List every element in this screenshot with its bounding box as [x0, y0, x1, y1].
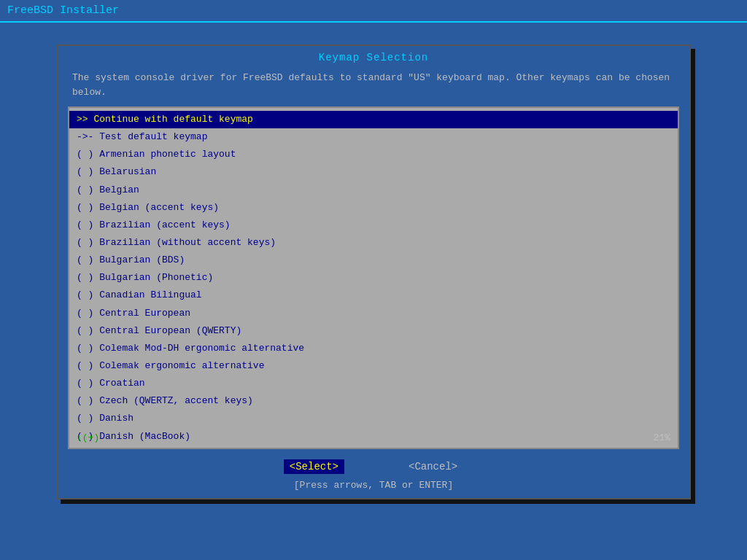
list-item-croatian[interactable]: ( ) Croatian — [69, 375, 678, 392]
list-item-continue-default[interactable]: >> Continue with default keymap — [69, 111, 678, 128]
list-item-colemak-mod-dh[interactable]: ( ) Colemak Mod-DH ergonomic alternative — [69, 340, 678, 357]
hint-bar: [Press arrows, TAB or ENTER] — [58, 480, 689, 498]
list-item-armenian-phonetic[interactable]: ( ) Armenian phonetic layout — [69, 146, 678, 163]
list-item-bulgarian-bds[interactable]: ( ) Bulgarian (BDS) — [69, 252, 678, 269]
list-item-danish[interactable]: ( ) Danish — [69, 410, 678, 427]
list-item-brazilian-accent[interactable]: ( ) Brazilian (accent keys) — [69, 217, 678, 234]
list-item-canadian-bilingual[interactable]: ( ) Canadian Bilingual — [69, 287, 678, 304]
title-bar: FreeBSD Installer — [0, 0, 747, 23]
list-item-belgian[interactable]: ( ) Belgian — [69, 182, 678, 199]
list-item-czech-qwertz[interactable]: ( ) Czech (QWERTZ, accent keys) — [69, 392, 678, 410]
scroll-percent: 21% — [654, 432, 670, 443]
dialog-container: Keymap Selection The system console driv… — [56, 44, 691, 499]
list-item-brazilian-no-accent[interactable]: ( ) Brazilian (without accent keys) — [69, 234, 678, 252]
dialog-title: Keymap Selection — [58, 46, 689, 66]
list-item-belgian-accent[interactable]: ( ) Belgian (accent keys) — [69, 199, 678, 217]
cancel-button[interactable]: <Cancel> — [403, 459, 463, 474]
app-title: FreeBSD Installer — [7, 4, 119, 17]
select-button[interactable]: <Select> — [284, 459, 344, 474]
list-item-central-european-qwerty[interactable]: ( ) Central European (QWERTY) — [69, 322, 678, 340]
keymap-list[interactable]: >> Continue with default keymap->- Test … — [68, 106, 679, 449]
button-row: <Select> <Cancel> — [58, 449, 689, 480]
list-item-colemak-ergonomic[interactable]: ( ) Colemak ergonomic alternative — [69, 357, 678, 375]
dialog-description: The system console driver for FreeBSD de… — [58, 66, 689, 106]
list-item-test-default[interactable]: ->- Test default keymap — [69, 128, 678, 146]
list-item-danish-macbook[interactable]: ( ) Danish (MacBook) — [69, 428, 678, 446]
list-item-bulgarian-phonetic[interactable]: ( ) Bulgarian (Phonetic) — [69, 269, 678, 287]
list-inner: >> Continue with default keymap->- Test … — [69, 108, 678, 448]
list-item-central-european[interactable]: ( ) Central European — [69, 305, 678, 322]
list-item-belarusian[interactable]: ( ) Belarusian — [69, 163, 678, 181]
scroll-indicator: ↓(+) — [77, 432, 99, 443]
